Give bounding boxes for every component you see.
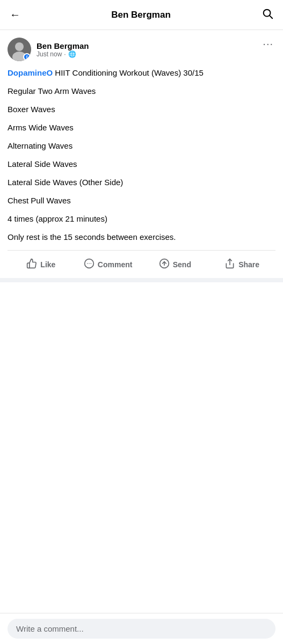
headline-text: HIIT Conditioning Workout (Waves) 30/15	[53, 68, 204, 77]
comment-placeholder: Write a comment...	[16, 624, 84, 633]
like-label: Like	[40, 260, 55, 269]
share-button[interactable]: Share	[208, 253, 275, 276]
send-label: Send	[173, 260, 191, 269]
comment-input[interactable]: Write a comment...	[8, 619, 275, 639]
back-button[interactable]: ←	[10, 9, 20, 21]
post-content: DopamineO HIIT Conditioning Workout (Wav…	[8, 67, 275, 250]
post-line-1: Regular Two Arm Waves	[8, 85, 275, 98]
comment-icon	[84, 258, 95, 270]
post-time: Just now	[37, 50, 62, 58]
send-icon	[159, 258, 170, 270]
author-info: Ben Bergman Just now · 🌐	[37, 41, 89, 58]
post-header: Ben Bergman Just now · 🌐 ···	[8, 38, 275, 61]
svg-line-1	[270, 16, 272, 18]
author-row: Ben Bergman Just now · 🌐	[8, 38, 89, 61]
post-meta: Just now · 🌐	[37, 50, 89, 58]
post-line-3: Arms Wide Waves	[8, 121, 275, 134]
facebook-badge	[23, 53, 31, 61]
post-line-7: Chest Pull Waves	[8, 194, 275, 207]
header: ← Ben Bergman	[0, 0, 283, 30]
mention-link[interactable]: DopamineO	[8, 68, 53, 77]
header-title: Ben Bergman	[111, 10, 171, 20]
search-button[interactable]	[262, 8, 273, 22]
send-button[interactable]: Send	[142, 253, 209, 276]
share-icon	[224, 258, 235, 270]
post-line-5: Lateral Side Waves	[8, 158, 275, 171]
post-headline: DopamineO HIIT Conditioning Workout (Wav…	[8, 67, 275, 79]
author-name: Ben Bergman	[37, 41, 89, 50]
post-line-8: 4 times (approx 21 minutes)	[8, 213, 275, 225]
post-line-6: Lateral Side Waves (Other Side)	[8, 176, 275, 189]
comment-button[interactable]: Comment	[75, 253, 142, 276]
like-icon	[26, 258, 37, 270]
like-button[interactable]: Like	[8, 253, 75, 276]
comment-label: Comment	[98, 260, 133, 269]
action-bar: Like Comment Send	[8, 250, 275, 278]
feed-empty-area	[0, 282, 283, 513]
comment-bar: Write a comment...	[0, 613, 283, 644]
post-line-4: Alternating Waves	[8, 140, 275, 152]
more-options-button[interactable]: ···	[260, 38, 275, 50]
post-line-9: Only rest is the 15 seconds between exer…	[8, 231, 275, 244]
share-label: Share	[238, 260, 259, 269]
globe-icon: 🌐	[68, 50, 76, 58]
post-card: Ben Bergman Just now · 🌐 ··· DopamineO H…	[0, 30, 283, 282]
post-line-2: Boxer Waves	[8, 103, 275, 116]
svg-point-3	[15, 42, 24, 51]
avatar	[8, 38, 31, 61]
dot-separator: ·	[64, 50, 66, 58]
